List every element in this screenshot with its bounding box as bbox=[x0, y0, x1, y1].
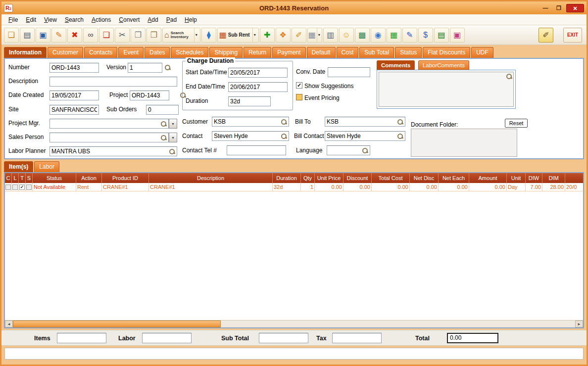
tab-schedules[interactable]: Schedules bbox=[171, 47, 208, 58]
comments-box[interactable] bbox=[377, 70, 516, 109]
dropdown-arrow-icon[interactable]: ▾ bbox=[317, 28, 321, 42]
column-header-c[interactable]: C bbox=[5, 173, 12, 183]
menu-file[interactable]: File bbox=[4, 15, 22, 24]
row-checkbox[interactable] bbox=[12, 184, 18, 190]
language-search-icon[interactable] bbox=[362, 147, 368, 154]
site-field[interactable]: SANFRANCISCO bbox=[49, 105, 99, 115]
tab-udf[interactable]: UDF bbox=[471, 47, 493, 58]
add-button[interactable]: ✚ bbox=[260, 28, 275, 43]
start-date-field[interactable]: 20/05/2017 bbox=[228, 68, 288, 78]
scroll-left-button[interactable]: ◄ bbox=[5, 320, 13, 327]
save-button[interactable]: ▣ bbox=[36, 28, 50, 43]
export-page-button[interactable]: ❑ bbox=[99, 28, 114, 43]
tab-cost[interactable]: Cost bbox=[337, 47, 359, 58]
close-button[interactable]: ✕ bbox=[566, 4, 584, 12]
currency-button[interactable]: $ bbox=[418, 28, 433, 43]
column-header-qty[interactable]: Qty bbox=[301, 173, 315, 183]
droplet-button[interactable]: ⧫ bbox=[201, 28, 216, 43]
sales-person-search-icon[interactable] bbox=[160, 135, 167, 141]
sub-orders-field[interactable]: 0 bbox=[146, 105, 179, 115]
tab-customer[interactable]: Customer bbox=[48, 47, 83, 58]
menu-pad[interactable]: Pad bbox=[162, 15, 181, 24]
tab-comments[interactable]: Comments bbox=[377, 60, 415, 70]
scrollbar-thumb[interactable] bbox=[13, 320, 221, 327]
package-button[interactable]: ▩ bbox=[355, 28, 370, 43]
delete-button[interactable]: ✖ bbox=[67, 28, 82, 43]
event-pricing-checkbox[interactable] bbox=[296, 94, 302, 100]
dropdown-arrow-icon[interactable]: ▾ bbox=[194, 28, 198, 42]
project-mgr-dropdown-button[interactable]: ▼ bbox=[169, 119, 177, 129]
column-header-status[interactable]: Status bbox=[33, 173, 76, 183]
contact-tel-field[interactable] bbox=[227, 145, 286, 155]
new-document-button[interactable]: ❏ bbox=[4, 28, 19, 43]
total-field[interactable]: 0.00 bbox=[447, 333, 498, 343]
tab-contacts[interactable]: Contacts bbox=[84, 47, 117, 58]
column-header-dim[interactable]: DIM bbox=[542, 173, 565, 183]
smiley-button[interactable]: ☺ bbox=[339, 28, 354, 43]
menu-search[interactable]: Search bbox=[61, 15, 88, 24]
column-header-amount[interactable]: Amount bbox=[469, 173, 507, 183]
tab-shipping[interactable]: Shipping bbox=[209, 47, 243, 58]
column-header-total-cost[interactable]: Total Cost bbox=[372, 173, 410, 183]
sales-person-dropdown-button[interactable]: ▼ bbox=[169, 133, 177, 142]
group-button[interactable]: ❖ bbox=[276, 28, 291, 43]
table-row[interactable]: ✓Not AvailableRentCRANE#1CRANE#132d10.00… bbox=[5, 183, 583, 191]
menu-edit[interactable]: Edit bbox=[22, 15, 40, 24]
cut-button[interactable]: ✂ bbox=[115, 28, 130, 43]
contact-field[interactable]: Steven Hyde bbox=[212, 131, 289, 141]
contact-search-icon[interactable] bbox=[281, 133, 287, 139]
column-header-net-disc[interactable]: Net Disc bbox=[410, 173, 439, 183]
maximize-button[interactable]: ❐ bbox=[553, 4, 565, 12]
menu-add[interactable]: Add bbox=[144, 15, 162, 24]
column-header-duration[interactable]: Duration bbox=[273, 173, 301, 183]
bill-to-field[interactable]: KSB bbox=[325, 117, 405, 127]
tab-dates[interactable]: Dates bbox=[145, 47, 170, 58]
exit-button[interactable]: EXIT bbox=[563, 28, 582, 43]
column-header-action[interactable]: Action bbox=[76, 173, 102, 183]
date-created-field[interactable]: 19/05/2017 bbox=[49, 91, 99, 100]
tab-information[interactable]: Information bbox=[4, 47, 47, 58]
write-button[interactable]: ✎ bbox=[402, 28, 417, 43]
tab-labor-comments[interactable]: LaborComments bbox=[418, 60, 469, 70]
tab-sub-total[interactable]: Sub Total bbox=[359, 47, 394, 58]
comments-search-icon[interactable] bbox=[506, 73, 512, 80]
sub-total-field[interactable] bbox=[259, 333, 308, 343]
sub-rent-button[interactable]: ▦Sub Rent▾ bbox=[217, 28, 259, 43]
column-header-discount[interactable]: Discount bbox=[343, 173, 372, 183]
language-field[interactable] bbox=[327, 145, 370, 155]
duration-field[interactable]: 32d bbox=[228, 96, 271, 106]
bill-to-search-icon[interactable] bbox=[397, 119, 403, 125]
grid-tab-item-s-[interactable]: Item(s) bbox=[4, 161, 33, 172]
tab-default[interactable]: Default bbox=[307, 47, 336, 58]
column-header-product-id[interactable]: Product ID bbox=[102, 173, 149, 183]
column-header-unit[interactable]: Unit bbox=[507, 173, 526, 183]
labor-total-field[interactable] bbox=[142, 333, 192, 343]
project-mgr-search-icon[interactable] bbox=[160, 121, 167, 127]
row-checkbox[interactable]: ✓ bbox=[19, 184, 25, 190]
column-header-s[interactable]: S bbox=[26, 173, 33, 183]
tab-status[interactable]: Status bbox=[395, 47, 422, 58]
column-header-diw[interactable]: DIW bbox=[526, 173, 542, 183]
column-header-more[interactable] bbox=[565, 173, 584, 183]
items-total-field[interactable] bbox=[57, 333, 106, 343]
end-date-field[interactable]: 20/06/2017 bbox=[228, 82, 288, 92]
column-header-description[interactable]: Description bbox=[149, 173, 273, 183]
project-field[interactable]: ORD-1443 bbox=[130, 91, 169, 100]
scrollbar-track[interactable] bbox=[221, 320, 575, 327]
column-header-l[interactable]: L bbox=[12, 173, 19, 183]
labor-planner-field[interactable]: MANTRA UBS bbox=[49, 146, 177, 156]
reset-button[interactable]: Reset bbox=[505, 119, 528, 128]
edit-button[interactable]: ✎ bbox=[51, 28, 66, 43]
menu-view[interactable]: View bbox=[40, 15, 61, 24]
menu-actions[interactable]: Actions bbox=[88, 15, 115, 24]
minimize-button[interactable]: — bbox=[539, 4, 551, 12]
customer-search-icon[interactable] bbox=[281, 119, 287, 125]
column-header-unit-price[interactable]: Unit Price bbox=[315, 173, 343, 183]
grid-body[interactable]: ✓Not AvailableRentCRANE#1CRANE#132d10.00… bbox=[5, 183, 583, 320]
show-suggestions-checkbox[interactable]: ✓ bbox=[296, 82, 302, 89]
version-field[interactable]: 1 bbox=[128, 63, 162, 73]
row-checkbox[interactable] bbox=[26, 184, 32, 190]
note-button[interactable]: ✐ bbox=[292, 28, 306, 43]
money-button[interactable]: ▤ bbox=[434, 28, 449, 43]
description-field[interactable] bbox=[49, 77, 177, 87]
